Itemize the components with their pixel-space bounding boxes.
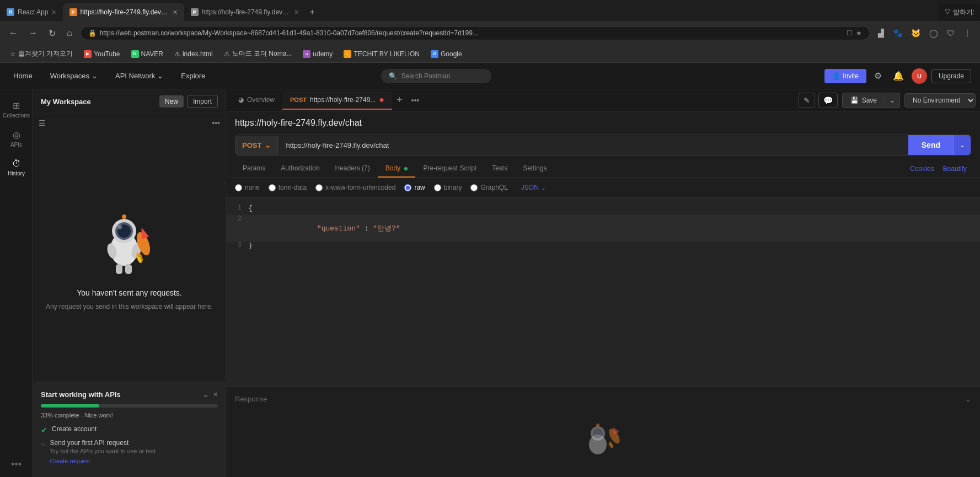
refresh-button[interactable]: ↻: [45, 26, 59, 41]
create-request-link[interactable]: Create request: [50, 458, 90, 464]
save-button[interactable]: 💾 Save: [842, 93, 885, 108]
bookmark-favorites[interactable]: ☆ 즐겨찾기 가져오기: [6, 48, 77, 60]
tab-body[interactable]: Body: [378, 160, 416, 178]
radio-none[interactable]: [235, 184, 242, 191]
import-button[interactable]: Import: [187, 95, 218, 108]
bookmark-google[interactable]: G Google: [426, 49, 467, 59]
favorites-label: 즐겨찾기 가져오기: [18, 49, 73, 58]
nav-explore[interactable]: Explore: [176, 69, 210, 82]
speak-button[interactable]: ▽ 말하기:: [939, 3, 980, 21]
tab-more-button[interactable]: •••: [407, 94, 424, 107]
tab-headers[interactable]: Headers (7): [327, 160, 377, 178]
option-raw[interactable]: raw: [404, 184, 425, 191]
comment-icon-btn[interactable]: 💬: [818, 93, 838, 108]
address-bar[interactable]: 🔒 https://web.postman.co/workspace/My-Wo…: [80, 26, 870, 40]
forward-button[interactable]: →: [25, 26, 41, 40]
send-dropdown-btn[interactable]: ⌄: [954, 135, 971, 155]
tab-tests[interactable]: Tests: [484, 160, 515, 178]
method-select[interactable]: POST ⌄: [235, 136, 278, 155]
bookmark-youtube[interactable]: ▶ YouTube: [79, 49, 124, 59]
postman-main: ⊞ Collections ◎ APIs ⏱ History ••• My Wo…: [0, 89, 980, 477]
url-input[interactable]: [278, 136, 908, 155]
overview-icon: ◕: [238, 96, 244, 104]
upgrade-button[interactable]: Upgrade: [931, 69, 971, 83]
sidebar-item-collections[interactable]: ⊞ Collections: [2, 96, 31, 123]
more-nav-btn[interactable]: ⋮: [960, 26, 974, 40]
settings-button[interactable]: ⚙: [871, 68, 885, 83]
invite-button[interactable]: 👤 Invite: [824, 69, 866, 83]
naver-label: NAVER: [141, 50, 163, 58]
code-editor[interactable]: 1 { 2 "question" : "안녕?" 3 }: [226, 197, 980, 387]
radio-graphql[interactable]: [470, 184, 478, 191]
search-bar[interactable]: 🔍 Search Postman: [381, 69, 491, 83]
filter-icon[interactable]: ☰: [39, 119, 46, 127]
option-graphql[interactable]: GraphQL: [470, 184, 507, 191]
line-content-1: {: [248, 204, 980, 212]
cookies-link[interactable]: Cookies: [910, 160, 934, 177]
favorites-icon: ☆: [10, 50, 16, 58]
bookmark-techit[interactable]: L TECHIT BY LIKELION: [339, 49, 424, 59]
json-format-select[interactable]: JSON ⌄: [521, 184, 545, 191]
option-form-data[interactable]: form-data: [269, 184, 307, 191]
option-binary[interactable]: binary: [434, 184, 462, 191]
panel-close-btn[interactable]: ×: [213, 390, 218, 399]
tune-icon: ☐: [847, 29, 853, 37]
tab-pre-request[interactable]: Pre-request Script: [415, 160, 484, 178]
radio-urlencoded[interactable]: [315, 184, 323, 191]
checklist-item-desc-2: Try out the APIs you want to use or test: [50, 448, 218, 454]
option-urlencoded[interactable]: x-www-form-urlencoded: [315, 184, 395, 191]
tab-close-postman[interactable]: ×: [173, 8, 177, 17]
svg-point-13: [122, 215, 126, 219]
tab-params[interactable]: Params: [235, 160, 273, 178]
panel-more-icon[interactable]: •••: [212, 119, 220, 127]
panel-collapse-btn[interactable]: ⌄: [202, 390, 209, 399]
nav-api-network[interactable]: API Network ⌄: [111, 69, 168, 82]
tab-close-react[interactable]: ×: [51, 8, 56, 17]
nomad-favicon: ⚠: [224, 50, 230, 58]
bookmark-index[interactable]: ⚠ index.html: [170, 49, 217, 59]
option-none[interactable]: none: [235, 184, 260, 191]
sidebar-item-apis[interactable]: ◎ APIs: [2, 125, 31, 152]
tab-react-app[interactable]: R React App ×: [0, 3, 63, 21]
home-button[interactable]: ⌂: [63, 26, 76, 40]
beautify-link[interactable]: Beautify: [939, 160, 971, 177]
new-tab-button[interactable]: +: [306, 5, 319, 19]
fox-icon-btn[interactable]: 🐱: [908, 26, 924, 40]
add-tab-button[interactable]: +: [392, 92, 407, 108]
invite-label: Invite: [843, 72, 859, 80]
tab-postman-active[interactable]: P https://holy-fire-2749.fly.dev/cha... …: [63, 3, 184, 21]
method-chevron: ⌄: [265, 141, 271, 149]
send-button[interactable]: Send: [908, 135, 954, 155]
radio-raw[interactable]: [404, 184, 411, 191]
code-line-1: 1 {: [226, 204, 980, 215]
extensions-icon-btn[interactable]: ▟: [875, 26, 887, 40]
back-button[interactable]: ←: [6, 26, 21, 40]
bookmark-udemy[interactable]: u udemy: [298, 49, 337, 59]
new-button[interactable]: New: [159, 95, 184, 108]
bookmark-nomad[interactable]: ⚠ 노마드 코더 Noma...: [219, 48, 297, 60]
sidebar-more[interactable]: •••: [11, 459, 22, 470]
bookmark-naver[interactable]: N NAVER: [127, 49, 168, 59]
notification-button[interactable]: 🔔: [890, 68, 907, 83]
tab-overview[interactable]: ◕ Overview: [231, 92, 282, 109]
o-icon-btn[interactable]: ◯: [926, 26, 941, 40]
environment-select[interactable]: No Environment: [904, 93, 976, 108]
no-requests-desc: Any request you send in this workspace w…: [46, 302, 213, 312]
radio-form-data[interactable]: [269, 184, 276, 191]
nav-workspaces[interactable]: Workspaces ⌄: [46, 69, 102, 82]
nav-home[interactable]: Home: [9, 69, 37, 82]
shield-icon-btn[interactable]: 🛡: [944, 26, 958, 40]
binary-label: binary: [444, 184, 462, 191]
profile-icon-btn[interactable]: 🐾: [890, 26, 906, 40]
user-avatar[interactable]: U: [912, 68, 927, 84]
tab-settings[interactable]: Settings: [515, 160, 554, 178]
radio-binary[interactable]: [434, 184, 441, 191]
tab-authorization[interactable]: Authorization: [273, 160, 327, 178]
tab-title-postman2: https://holy-fire-2749.fly.dev/cha...: [202, 8, 291, 16]
tab-close-postman2[interactable]: ×: [294, 8, 298, 17]
sidebar-item-history[interactable]: ⏱ History: [2, 154, 31, 181]
save-dropdown-btn[interactable]: ⌄: [885, 93, 900, 108]
tab-request-active[interactable]: POST https://holy-fire-2749... ●: [282, 91, 392, 110]
tab-postman-2[interactable]: P https://holy-fire-2749.fly.dev/cha... …: [184, 3, 306, 21]
edit-icon-btn[interactable]: ✎: [799, 93, 815, 108]
